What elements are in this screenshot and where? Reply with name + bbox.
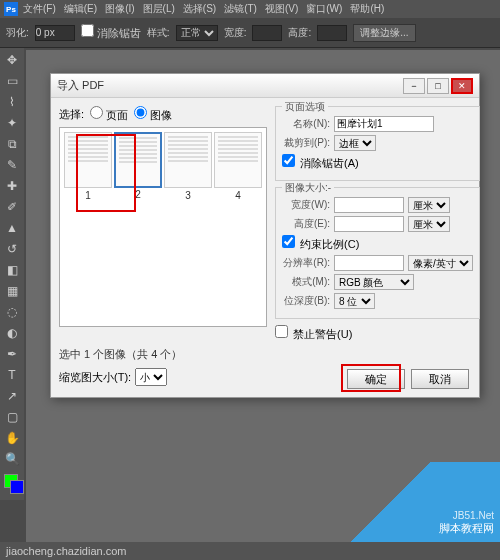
- options-bar: 羽化: 消除锯齿 样式: 正常 宽度: 高度: 调整边缘...: [0, 18, 500, 48]
- path-tool-icon[interactable]: ↗: [2, 386, 22, 406]
- thumb-4[interactable]: 4: [214, 132, 262, 188]
- ok-button[interactable]: 确定: [347, 369, 405, 389]
- menu-filter[interactable]: 滤镜(T): [221, 2, 260, 16]
- import-pdf-dialog: 导入 PDF − □ ✕ 选择: 页面 图像 1 2 3 4 选中 1 个图像（…: [50, 73, 480, 398]
- type-tool-icon[interactable]: T: [2, 365, 22, 385]
- thumbsize-label: 缩览图大小(T):: [59, 370, 131, 385]
- close-icon[interactable]: ✕: [451, 78, 473, 94]
- radio-page[interactable]: 页面: [90, 106, 128, 123]
- h-label: 高度(E):: [282, 217, 330, 231]
- blur-tool-icon[interactable]: ◌: [2, 302, 22, 322]
- thumb-3[interactable]: 3: [164, 132, 212, 188]
- w-unit[interactable]: 厘米: [408, 197, 450, 213]
- feather-label: 羽化:: [6, 26, 29, 40]
- menu-edit[interactable]: 编辑(E): [61, 2, 100, 16]
- shape-tool-icon[interactable]: ▢: [2, 407, 22, 427]
- select-label: 选择:: [59, 107, 84, 122]
- menu-file[interactable]: 文件(F): [20, 2, 59, 16]
- feather-input[interactable]: [35, 25, 75, 41]
- w-label: 宽度(W):: [282, 198, 330, 212]
- antialias-check[interactable]: 消除锯齿: [81, 24, 141, 41]
- depth-select[interactable]: 8 位: [334, 293, 375, 309]
- radio-image[interactable]: 图像: [134, 106, 172, 123]
- selection-status: 选中 1 个图像（共 4 个）: [59, 347, 267, 362]
- minimize-icon[interactable]: −: [403, 78, 425, 94]
- hand-tool-icon[interactable]: ✋: [2, 428, 22, 448]
- menu-select[interactable]: 选择(S): [180, 2, 219, 16]
- width-input[interactable]: [252, 25, 282, 41]
- name-label: 名称(N):: [282, 117, 330, 131]
- cancel-button[interactable]: 取消: [411, 369, 469, 389]
- history-brush-icon[interactable]: ↺: [2, 239, 22, 259]
- w-input[interactable]: [334, 197, 404, 213]
- dodge-tool-icon[interactable]: ◐: [2, 323, 22, 343]
- zoom-tool-icon[interactable]: 🔍: [2, 449, 22, 469]
- height-input[interactable]: [317, 25, 347, 41]
- mode-select[interactable]: RGB 颜色: [334, 274, 414, 290]
- eyedropper-tool-icon[interactable]: ✎: [2, 155, 22, 175]
- antialias-checkbox[interactable]: 消除锯齿(A): [282, 154, 359, 171]
- statusbar: jiaocheng.chazidian.com: [0, 542, 500, 560]
- crop-label: 裁剪到(P):: [282, 136, 330, 150]
- menu-view[interactable]: 视图(V): [262, 2, 301, 16]
- mode-label: 模式(M):: [282, 275, 330, 289]
- image-size-group: 图像大小:- 宽度(W):厘米 高度(E):厘米 约束比例(C) 分辨率(R):…: [275, 187, 480, 319]
- color-swatches[interactable]: [2, 474, 22, 498]
- height-label: 高度:: [288, 26, 311, 40]
- heal-tool-icon[interactable]: ✚: [2, 176, 22, 196]
- gradient-tool-icon[interactable]: ▦: [2, 281, 22, 301]
- crop-tool-icon[interactable]: ⧉: [2, 134, 22, 154]
- dialog-titlebar[interactable]: 导入 PDF − □ ✕: [51, 74, 479, 98]
- page-options-group: 页面选项 名称(N): 裁剪到(P):边框 消除锯齿(A): [275, 106, 480, 181]
- stamp-tool-icon[interactable]: ▲: [2, 218, 22, 238]
- wand-tool-icon[interactable]: ✦: [2, 113, 22, 133]
- pen-tool-icon[interactable]: ✒: [2, 344, 22, 364]
- move-tool-icon[interactable]: ✥: [2, 50, 22, 70]
- lasso-tool-icon[interactable]: ⌇: [2, 92, 22, 112]
- res-unit[interactable]: 像素/英寸: [408, 255, 473, 271]
- refine-edge-button[interactable]: 调整边缘...: [353, 24, 415, 42]
- menu-image[interactable]: 图像(I): [102, 2, 137, 16]
- style-select[interactable]: 正常: [176, 25, 218, 41]
- thumbnail-area: 1 2 3 4: [59, 127, 267, 327]
- ps-logo: Ps: [4, 2, 18, 16]
- menu-window[interactable]: 窗口(W): [303, 2, 345, 16]
- maximize-icon[interactable]: □: [427, 78, 449, 94]
- crop-select[interactable]: 边框: [334, 135, 376, 151]
- dialog-title: 导入 PDF: [57, 78, 401, 93]
- watermark: JB51.Net 脚本教程网: [330, 462, 500, 542]
- h-unit[interactable]: 厘米: [408, 216, 450, 232]
- menubar: Ps 文件(F) 编辑(E) 图像(I) 图层(L) 选择(S) 滤镜(T) 视…: [0, 0, 500, 18]
- res-label: 分辨率(R):: [282, 256, 330, 270]
- thumbsize-select[interactable]: 小: [135, 368, 167, 386]
- brush-tool-icon[interactable]: ✐: [2, 197, 22, 217]
- res-input[interactable]: [334, 255, 404, 271]
- menu-help[interactable]: 帮助(H): [347, 2, 387, 16]
- background-swatch[interactable]: [10, 480, 24, 494]
- depth-label: 位深度(B):: [282, 294, 330, 308]
- style-label: 样式:: [147, 26, 170, 40]
- thumb-2[interactable]: 2: [114, 132, 162, 188]
- marquee-tool-icon[interactable]: ▭: [2, 71, 22, 91]
- toolbox: ✥ ▭ ⌇ ✦ ⧉ ✎ ✚ ✐ ▲ ↺ ◧ ▦ ◌ ◐ ✒ T ↗ ▢ ✋ 🔍: [0, 48, 24, 500]
- suppress-warn-checkbox[interactable]: 禁止警告(U): [275, 325, 352, 342]
- menu-layer[interactable]: 图层(L): [140, 2, 178, 16]
- h-input[interactable]: [334, 216, 404, 232]
- thumb-1[interactable]: 1: [64, 132, 112, 188]
- width-label: 宽度:: [224, 26, 247, 40]
- eraser-tool-icon[interactable]: ◧: [2, 260, 22, 280]
- name-input[interactable]: [334, 116, 434, 132]
- constrain-checkbox[interactable]: 约束比例(C): [282, 235, 359, 252]
